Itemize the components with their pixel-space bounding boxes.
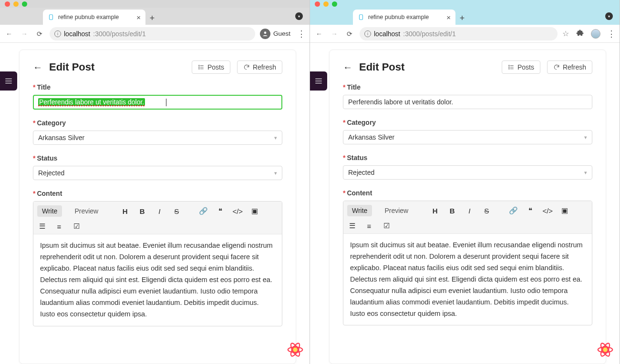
profile-avatar-icon[interactable] bbox=[591, 29, 600, 39]
chevron-down-icon: ▾ bbox=[274, 135, 277, 141]
field-content: *Content Write Preview H B I S bbox=[33, 190, 282, 326]
address-bar[interactable]: i localhost:3000/posts/edit/1 bbox=[50, 27, 255, 40]
bold-icon[interactable]: B bbox=[447, 206, 457, 215]
url-host: localhost bbox=[374, 30, 400, 38]
unordered-list-icon[interactable]: ☰ bbox=[37, 222, 47, 231]
editor-preview-tab[interactable]: Preview bbox=[70, 205, 103, 217]
link-icon[interactable]: 🔗 bbox=[198, 206, 208, 216]
refresh-button-label: Refresh bbox=[563, 63, 586, 71]
guest-label: Guest bbox=[273, 30, 290, 37]
toolbar-right: Guest ⋮ bbox=[260, 29, 306, 39]
tab-close-icon[interactable]: × bbox=[446, 13, 451, 21]
address-bar[interactable]: i localhost:3000/posts/edit/1 bbox=[360, 27, 558, 40]
chevron-down-icon: ▾ bbox=[274, 170, 277, 176]
field-label-content: *Content bbox=[33, 190, 282, 197]
category-select[interactable]: Arkansas Silver ▾ bbox=[33, 131, 282, 145]
profile-chip[interactable]: Guest bbox=[260, 29, 290, 39]
code-icon[interactable]: </> bbox=[233, 206, 242, 216]
forward-button[interactable]: → bbox=[19, 30, 30, 38]
browser-menu-icon[interactable]: ⋮ bbox=[607, 29, 616, 39]
reload-button[interactable]: ⟳ bbox=[34, 30, 45, 38]
site-info-icon[interactable]: i bbox=[54, 30, 61, 37]
heading-icon[interactable]: H bbox=[120, 206, 130, 216]
ordered-list-icon[interactable]: ≡ bbox=[364, 221, 374, 231]
posts-button[interactable]: Posts bbox=[502, 61, 540, 74]
checklist-icon[interactable]: ☑ bbox=[72, 222, 81, 231]
svg-point-24 bbox=[509, 69, 509, 69]
heading-icon[interactable]: H bbox=[430, 206, 440, 215]
unordered-list-icon[interactable]: ☰ bbox=[347, 221, 357, 231]
link-icon[interactable]: 🔗 bbox=[508, 206, 518, 215]
checklist-icon[interactable]: ☑ bbox=[382, 221, 391, 231]
editor-preview-tab[interactable]: Preview bbox=[380, 205, 413, 216]
svg-point-8 bbox=[199, 65, 199, 66]
field-category: *Category Arkansas Silver ▾ bbox=[343, 119, 592, 144]
tab-title: refine pubnub example bbox=[368, 14, 429, 20]
strikethrough-icon[interactable]: S bbox=[172, 206, 181, 216]
minimize-window-icon[interactable] bbox=[323, 1, 329, 7]
field-label-category: *Category bbox=[343, 119, 592, 126]
status-value: Rejected bbox=[348, 169, 374, 176]
back-button[interactable]: ← bbox=[4, 30, 14, 38]
maximize-window-icon[interactable] bbox=[22, 1, 27, 7]
new-tab-button[interactable]: + bbox=[145, 11, 159, 25]
ordered-list-icon[interactable]: ≡ bbox=[54, 222, 64, 231]
editor-textarea[interactable]: Ipsum sit ducimus sit aut beatae. Evenie… bbox=[33, 234, 282, 325]
tab-strip: refine pubnub example × + bbox=[310, 8, 620, 25]
maximize-window-icon[interactable] bbox=[332, 1, 337, 7]
tab-close-icon[interactable]: × bbox=[136, 13, 141, 21]
editor-write-tab[interactable]: Write bbox=[37, 205, 62, 217]
browser-menu-icon[interactable]: ⋮ bbox=[297, 29, 306, 39]
strikethrough-icon[interactable]: S bbox=[482, 206, 491, 215]
react-query-devtools-icon[interactable] bbox=[596, 340, 615, 359]
title-input[interactable] bbox=[343, 95, 592, 109]
code-icon[interactable]: </> bbox=[543, 206, 552, 215]
tab-title: refine pubnub example bbox=[58, 14, 119, 20]
tab-favicon-icon bbox=[48, 14, 54, 20]
svg-point-1 bbox=[264, 31, 267, 34]
image-icon[interactable]: ▣ bbox=[250, 206, 259, 216]
new-tab-button[interactable]: + bbox=[455, 11, 469, 25]
svg-rect-15 bbox=[360, 15, 363, 20]
bookmark-star-icon[interactable]: ☆ bbox=[562, 29, 569, 38]
browser-tab[interactable]: refine pubnub example × bbox=[353, 10, 455, 25]
chevron-down-icon: ▾ bbox=[584, 134, 587, 141]
reload-button[interactable]: ⟳ bbox=[344, 30, 355, 38]
editor-toolbar: Write Preview H B I S 🔗 ❝ </ bbox=[343, 201, 592, 234]
close-window-icon[interactable] bbox=[315, 1, 320, 7]
editor-write-tab[interactable]: Write bbox=[347, 205, 372, 216]
bold-icon[interactable]: B bbox=[137, 206, 147, 216]
back-arrow-icon[interactable]: ← bbox=[343, 62, 352, 73]
traffic-lights bbox=[315, 1, 337, 7]
italic-icon[interactable]: I bbox=[155, 206, 164, 216]
quote-icon[interactable]: ❝ bbox=[216, 206, 225, 216]
refresh-button[interactable]: Refresh bbox=[547, 61, 592, 74]
sidebar-toggle[interactable] bbox=[0, 71, 17, 91]
sidebar-toggle[interactable] bbox=[310, 71, 327, 91]
forward-button[interactable]: → bbox=[329, 30, 340, 38]
react-query-devtools-icon[interactable] bbox=[286, 340, 305, 359]
tabs-overflow-icon[interactable] bbox=[295, 12, 303, 20]
title-input[interactable]: Perferendis labore ut veritatis dolor. bbox=[33, 95, 282, 110]
browser-tab[interactable]: refine pubnub example × bbox=[43, 10, 145, 25]
status-select[interactable]: Rejected ▾ bbox=[343, 165, 592, 180]
guest-avatar-icon bbox=[260, 29, 270, 39]
posts-button[interactable]: Posts bbox=[192, 61, 230, 74]
tabs-overflow-icon[interactable] bbox=[605, 12, 613, 20]
back-button[interactable]: ← bbox=[314, 30, 324, 38]
browser-window-left: refine pubnub example × + ← → ⟳ i localh… bbox=[0, 0, 310, 364]
close-window-icon[interactable] bbox=[5, 1, 10, 7]
extensions-icon[interactable] bbox=[576, 29, 584, 39]
quote-icon[interactable]: ❝ bbox=[526, 206, 535, 215]
edit-post-card: ← Edit Post Posts Refresh *Title Perfere… bbox=[19, 50, 296, 364]
status-select[interactable]: Rejected ▾ bbox=[33, 166, 282, 180]
refresh-button[interactable]: Refresh bbox=[237, 61, 282, 74]
category-select[interactable]: Arkansas Silver ▾ bbox=[343, 130, 592, 144]
site-info-icon[interactable]: i bbox=[364, 30, 371, 37]
image-icon[interactable]: ▣ bbox=[560, 206, 569, 215]
markdown-editor: Write Preview H B I S 🔗 ❝ </ bbox=[343, 201, 592, 325]
back-arrow-icon[interactable]: ← bbox=[33, 62, 42, 73]
italic-icon[interactable]: I bbox=[465, 206, 474, 215]
editor-textarea[interactable]: Ipsum sit ducimus sit aut beatae. Evenie… bbox=[343, 234, 592, 325]
minimize-window-icon[interactable] bbox=[13, 1, 19, 7]
